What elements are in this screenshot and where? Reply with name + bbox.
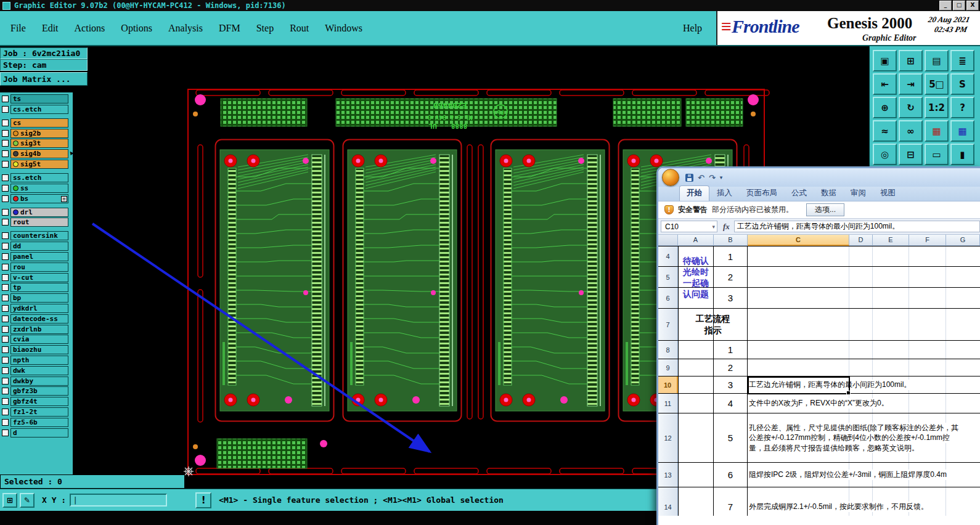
layer-checkbox-countersink[interactable]: [2, 232, 9, 239]
column-header-F[interactable]: F: [909, 235, 946, 246]
layer-checkbox-npth[interactable]: [2, 357, 9, 364]
cell-A8[interactable]: [678, 341, 714, 359]
layer-item-fz1-2t[interactable]: fz1-2t: [10, 407, 68, 417]
tool-pan-out-button[interactable]: ⇥: [899, 73, 923, 95]
cell-C7[interactable]: [748, 309, 849, 340]
layer-checkbox-rou[interactable]: [2, 264, 9, 271]
layer-item-gbfz4t[interactable]: gbfz4t: [10, 397, 68, 406]
redo-icon[interactable]: ↷: [709, 173, 716, 182]
row-header-14[interactable]: 14: [658, 487, 678, 516]
cell-E9[interactable]: [873, 359, 909, 376]
maximize-button[interactable]: □: [953, 1, 965, 10]
draw-mode-button[interactable]: ✎: [20, 493, 35, 508]
merged-cell-a7[interactable]: 工艺流程指示: [679, 309, 747, 341]
row-header-6[interactable]: 6: [658, 288, 678, 308]
ribbon-tab-4[interactable]: 数据: [814, 186, 843, 201]
ribbon-tab-5[interactable]: 审阅: [844, 186, 873, 201]
layer-checkbox-bp[interactable]: [2, 295, 9, 301]
layer-checkbox-biaozhu[interactable]: [2, 346, 9, 353]
layer-item-d[interactable]: d: [10, 428, 68, 437]
column-header-D[interactable]: D: [849, 235, 873, 246]
layer-checkbox-ss[interactable]: [2, 185, 9, 192]
cell-B10[interactable]: 3: [714, 376, 748, 393]
layer-item-ts[interactable]: ts: [10, 94, 68, 104]
cell-E5[interactable]: [873, 267, 909, 287]
cell-F7[interactable]: [909, 309, 946, 340]
tool-select-s-button[interactable]: S: [950, 73, 974, 95]
cell-F8[interactable]: [909, 341, 946, 359]
cell-C8[interactable]: [748, 341, 849, 359]
menu-step[interactable]: Step: [256, 23, 274, 34]
menu-file[interactable]: File: [10, 23, 26, 34]
office-button[interactable]: [662, 169, 679, 186]
tool-pan-in-button[interactable]: ⇤: [873, 73, 897, 95]
cell-A12[interactable]: [678, 413, 714, 462]
minimize-button[interactable]: _: [939, 1, 952, 10]
menu-dfm[interactable]: DFM: [219, 23, 240, 34]
cell-D9[interactable]: [849, 359, 873, 376]
layer-checkbox-gbfz3b[interactable]: [2, 388, 9, 394]
layer-item-bp[interactable]: bp: [10, 293, 68, 303]
layer-item-cvia[interactable]: cvia: [10, 335, 68, 344]
name-box-dropdown-icon[interactable]: ▾: [712, 224, 715, 230]
cell-G8[interactable]: [946, 341, 980, 359]
menu-actions[interactable]: Actions: [75, 23, 105, 34]
menu-windows[interactable]: Windows: [325, 23, 362, 34]
cell-B11[interactable]: 4: [714, 394, 748, 413]
layer-checkbox-cs.etch[interactable]: [2, 106, 9, 113]
cell-F11[interactable]: [909, 394, 946, 413]
layer-item-bs[interactable]: bs≡: [10, 194, 68, 203]
layer-item-rout[interactable]: rout: [10, 218, 68, 227]
cell-A11[interactable]: [678, 394, 714, 413]
cell-F10[interactable]: [909, 376, 946, 393]
menu-rout[interactable]: Rout: [290, 23, 309, 34]
cell-G6[interactable]: [946, 288, 980, 308]
tool-screen-button[interactable]: ▣: [873, 50, 897, 71]
tool-swap-display-button[interactable]: ⊞: [899, 50, 923, 71]
layer-item-fz5-6b[interactable]: fz5-6b: [10, 418, 68, 427]
cell-E4[interactable]: [873, 246, 909, 266]
cell-G13[interactable]: [946, 463, 980, 487]
tool-fit-all-button[interactable]: ⊕: [873, 97, 897, 118]
layer-item-dd[interactable]: dd: [10, 242, 68, 251]
tool-zoom-5-button[interactable]: 5□: [925, 73, 949, 95]
row-header-7[interactable]: 7: [658, 309, 678, 340]
layer-item-ydkdrl[interactable]: ydkdrl: [10, 304, 68, 313]
cell-G9[interactable]: [946, 359, 980, 376]
layer-item-sig2b[interactable]: sig2b: [10, 129, 68, 138]
cell-G7[interactable]: [946, 309, 980, 340]
row-header-10[interactable]: 10: [658, 376, 678, 393]
ribbon-tab-0[interactable]: 开始: [679, 185, 709, 201]
layer-item-sig5t[interactable]: sig5t: [10, 160, 68, 169]
cell-B4[interactable]: 1: [714, 246, 748, 266]
row-header-11[interactable]: 11: [658, 394, 678, 413]
row-header-12[interactable]: 12: [658, 413, 678, 462]
cell-B12[interactable]: 5: [714, 413, 748, 462]
row-header-4[interactable]: 4: [658, 246, 678, 266]
cell-A13[interactable]: [678, 463, 714, 487]
fill-handle[interactable]: [846, 391, 851, 395]
layer-item-sig3t[interactable]: sig3t: [10, 139, 68, 148]
tool-ruler-button[interactable]: ▭: [925, 144, 949, 165]
tool-cam-view-button[interactable]: ▤: [925, 50, 949, 71]
tool-profile-button[interactable]: ≈: [873, 120, 897, 142]
close-button[interactable]: X: [966, 1, 979, 10]
cell-C5[interactable]: [748, 267, 849, 287]
cell-G11[interactable]: [946, 394, 980, 413]
layer-checkbox-dd[interactable]: [2, 243, 9, 250]
layer-item-v-cut[interactable]: v-cut: [10, 273, 68, 282]
tool-rotate-button[interactable]: ↻: [899, 97, 923, 118]
ribbon-tab-2[interactable]: 页面布局: [740, 186, 784, 201]
layer-item-rou[interactable]: rou: [10, 262, 68, 272]
layer-checkbox-zxdrlnb[interactable]: [2, 326, 9, 333]
layer-checkbox-tp[interactable]: [2, 284, 9, 291]
column-header-B[interactable]: B: [714, 235, 748, 246]
layer-checkbox-ss.etch[interactable]: [2, 174, 9, 181]
layer-item-zxdrlnb[interactable]: zxdrlnb: [10, 325, 68, 334]
cell-D5[interactable]: [849, 267, 873, 287]
cell-B9[interactable]: 2: [714, 359, 748, 376]
undo-icon[interactable]: ↶: [698, 173, 704, 182]
column-header-G[interactable]: G: [946, 235, 980, 246]
cell-C6[interactable]: [748, 288, 849, 308]
layer-checkbox-panel[interactable]: [2, 253, 9, 260]
